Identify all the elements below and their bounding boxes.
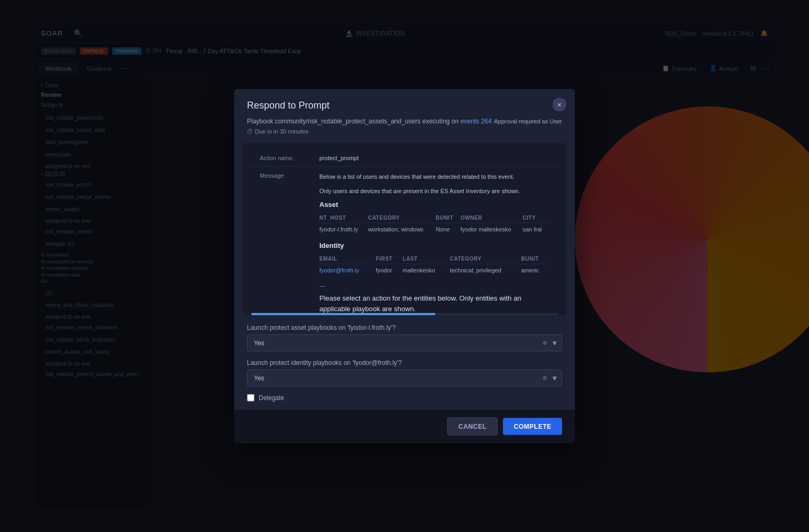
close-icon: ×	[557, 101, 562, 109]
delegate-label: Delegate	[259, 394, 284, 402]
clock-icon: ⏱	[247, 128, 253, 135]
message-row: Message: Below is a list of users and de…	[251, 167, 558, 313]
message-label: Message:	[260, 172, 313, 313]
scrollbar-thumb	[251, 313, 435, 315]
form-label-asset: Launch protect asset playbooks on 'fyodo…	[247, 324, 562, 331]
asset-col-owner: OWNER	[460, 213, 523, 223]
identity-last: malteskesko	[403, 264, 450, 276]
modal-playbook-info: Playbook community/risk_notable_protect_…	[247, 118, 492, 125]
modal-approval: Approval required as User	[494, 118, 562, 124]
select-identity-playbook[interactable]: Yes No	[247, 370, 562, 387]
form-label-identity: Launch protect identity playbooks on 'fy…	[247, 359, 562, 367]
identity-section: Identity EMAIL FIRST LAST CATEGORY BUNIT	[319, 242, 549, 276]
horizontal-scrollbar[interactable]	[251, 313, 558, 315]
cancel-button[interactable]: CANCEL	[447, 418, 498, 436]
identity-col-bunit: BUNIT	[521, 254, 549, 264]
asset-section-title: Asset	[319, 201, 549, 209]
form-group-asset: Launch protect asset playbooks on 'fyodo…	[247, 324, 562, 352]
asset-city: san frai	[523, 223, 549, 235]
modal-meta: Playbook community/risk_notable_protect_…	[247, 118, 562, 125]
modal-header: Respond to Prompt × Playbook community/r…	[234, 89, 575, 143]
asset-owner: fyodor malteskesko	[460, 223, 523, 235]
email-link[interactable]: fyodor@froth.ly	[319, 267, 359, 273]
select-wrapper-identity: Yes No ⊗	[247, 370, 562, 387]
identity-col-first: FIRST	[376, 254, 402, 264]
form-group-identity: Launch protect identity playbooks on 'fy…	[247, 359, 562, 387]
asset-nthost: fyodor-l.froth.ly	[319, 223, 368, 235]
modal-due: ⏱ Due in in 30 minutes	[247, 128, 562, 135]
events-link[interactable]: events 264	[460, 118, 492, 125]
modal-body: Action name: protect_prompt Message: Bel…	[243, 143, 566, 315]
action-name-label: Action name:	[260, 155, 313, 161]
identity-col-email: EMAIL	[319, 254, 376, 264]
select-clear-icon-2[interactable]: ⊗	[542, 375, 547, 381]
more-text: —	[319, 282, 549, 289]
identity-category: technical; privileged	[450, 264, 521, 276]
identity-email: fyodor@froth.ly	[319, 264, 376, 276]
asset-bunit: None	[436, 223, 461, 235]
asset-category: workstation; windows	[368, 223, 436, 235]
identity-col-category: CATEGORY	[450, 254, 521, 264]
asset-col-nthost: NT_HOST	[319, 213, 368, 223]
identity-bunit: americ	[521, 264, 549, 276]
delegate-row: Delegate	[247, 394, 562, 402]
select-wrapper-asset: Yes No ⊗	[247, 335, 562, 352]
complete-button[interactable]: COMPLETE	[503, 418, 562, 435]
select-asset-playbook[interactable]: Yes No	[247, 335, 562, 352]
identity-table: EMAIL FIRST LAST CATEGORY BUNIT	[319, 254, 549, 276]
select-clear-icon[interactable]: ⊗	[542, 339, 547, 346]
asset-col-category: CATEGORY	[368, 213, 436, 223]
close-modal-button[interactable]: ×	[552, 98, 566, 112]
delegate-checkbox[interactable]	[247, 394, 254, 402]
identity-first: fyodor	[376, 264, 402, 276]
modal-scroll-area[interactable]: Action name: protect_prompt Message: Bel…	[243, 143, 566, 313]
asset-col-city: CITY	[523, 213, 549, 223]
message-line2: Only users and devices that are present …	[319, 186, 549, 195]
respond-to-prompt-modal: Respond to Prompt × Playbook community/r…	[234, 89, 575, 443]
identity-col-last: LAST	[403, 254, 450, 264]
message-line1: Below is a list of users and devices tha…	[319, 172, 549, 181]
action-name-row: Action name: protect_prompt	[251, 149, 558, 167]
asset-table: NT_HOST CATEGORY BUNIT OWNER CITY fyodor…	[319, 213, 549, 235]
identity-section-title: Identity	[319, 242, 549, 250]
action-name-value: protect_prompt	[319, 155, 359, 161]
modal-footer: CANCEL COMPLETE	[234, 410, 575, 443]
select-prompt: Please select an action for the entities…	[319, 293, 549, 313]
identity-row-1: fyodor@froth.ly fyodor malteskesko techn…	[319, 264, 549, 276]
modal-form: Launch protect asset playbooks on 'fyodo…	[234, 315, 575, 410]
message-content: Below is a list of users and devices tha…	[319, 172, 549, 313]
modal-title: Respond to Prompt	[247, 100, 562, 111]
asset-col-bunit: BUNIT	[436, 213, 461, 223]
asset-row-1: fyodor-l.froth.ly workstation; windows N…	[319, 223, 549, 235]
